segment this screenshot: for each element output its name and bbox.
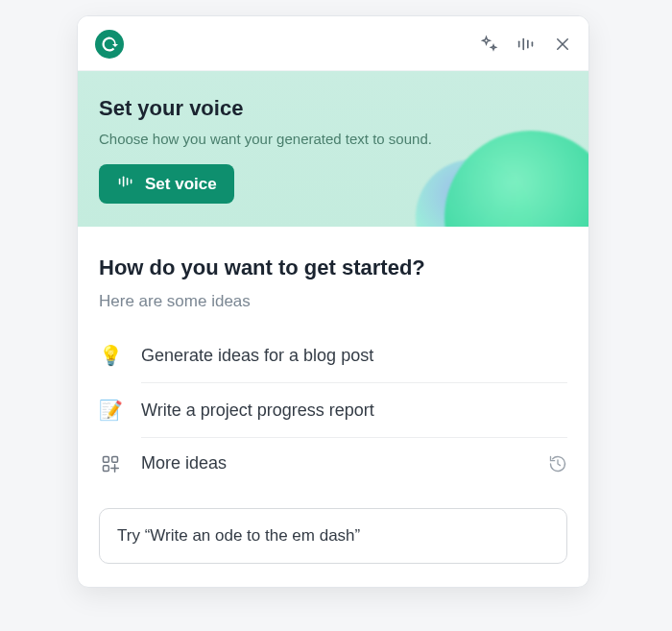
grammarly-logo [95, 30, 124, 59]
prompt-input[interactable] [99, 508, 567, 564]
svg-rect-11 [112, 456, 118, 462]
header-actions [479, 35, 571, 54]
set-voice-label: Set voice [145, 175, 217, 194]
voice-wave-icon [116, 174, 135, 194]
voice-subtitle: Choose how you want your generated text … [99, 131, 567, 147]
main-section: How do you want to get started? Here are… [78, 227, 588, 587]
more-ideas-item[interactable]: More ideas [99, 438, 567, 489]
more-ideas-label: More ideas [141, 453, 227, 473]
panel-header [78, 16, 588, 71]
svg-rect-10 [104, 456, 109, 462]
idea-label: Generate ideas for a blog post [141, 346, 373, 366]
assistant-panel: Set your voice Choose how you want your … [77, 15, 589, 588]
set-voice-button[interactable]: Set voice [99, 164, 234, 204]
idea-label: Write a project progress report [141, 400, 374, 421]
idea-item[interactable]: 📝 Write a project progress report [99, 383, 567, 437]
sparkle-icon[interactable] [479, 35, 498, 54]
voice-title: Set your voice [99, 96, 567, 121]
voice-wave-icon[interactable] [516, 35, 537, 54]
main-subtitle: Here are some ideas [99, 292, 567, 311]
history-icon[interactable] [548, 454, 567, 473]
memo-icon: 📝 [99, 399, 122, 422]
svg-rect-12 [104, 465, 109, 471]
main-title: How do you want to get started? [99, 255, 567, 280]
lightbulb-icon: 💡 [99, 344, 122, 367]
idea-item[interactable]: 💡 Generate ideas for a blog post [99, 328, 567, 382]
close-icon[interactable] [554, 36, 571, 53]
grid-plus-icon [99, 454, 122, 473]
idea-list: 💡 Generate ideas for a blog post 📝 Write… [99, 328, 567, 489]
voice-hero: Set your voice Choose how you want your … [78, 71, 588, 227]
